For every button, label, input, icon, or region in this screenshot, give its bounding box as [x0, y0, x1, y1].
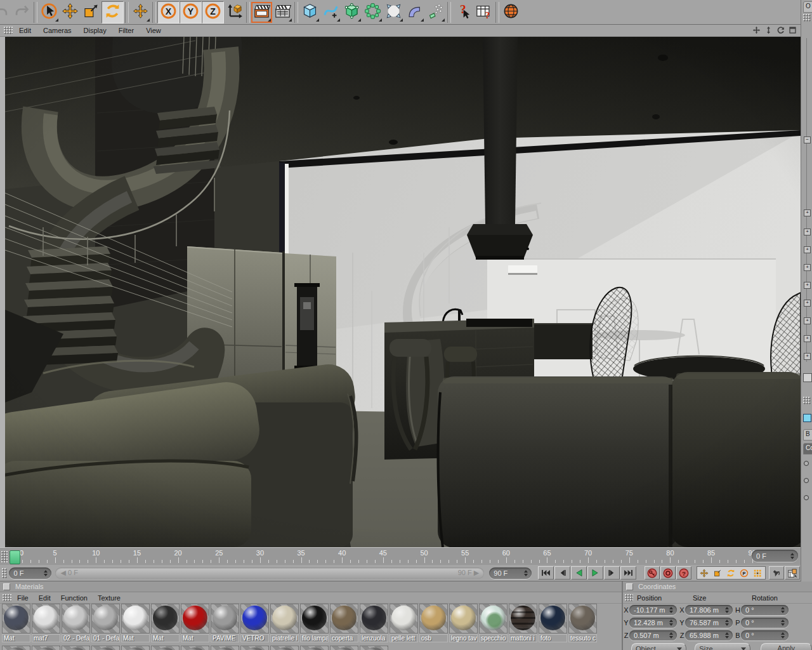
tree-expand-toggle[interactable]: + — [804, 246, 811, 253]
material-thumbnail-partial[interactable] — [211, 646, 239, 650]
material-name[interactable]: mattoni i — [509, 634, 537, 642]
material-thumbnail-partial[interactable] — [240, 646, 269, 650]
previous-frame-button[interactable] — [554, 566, 570, 580]
parameter-key-toggle[interactable]: P — [738, 567, 750, 579]
layout-button[interactable] — [785, 566, 800, 580]
play-forwards-button[interactable] — [587, 566, 603, 580]
material-thumbnail[interactable] — [62, 604, 90, 633]
material-thumbnail[interactable] — [151, 604, 180, 633]
coordinates-grip[interactable] — [625, 594, 633, 601]
material-thumbnail[interactable] — [2, 604, 30, 633]
material-name[interactable]: foto — [539, 634, 567, 642]
material-item[interactable]: Mat — [121, 604, 150, 642]
material-thumbnail-partial[interactable] — [121, 646, 150, 650]
viewport-menu-view[interactable]: View — [145, 26, 162, 35]
material-thumbnail[interactable] — [419, 604, 448, 633]
panel-checkbox[interactable] — [3, 583, 10, 590]
viewport-menu-cameras[interactable]: Cameras — [42, 26, 73, 35]
materials-grip[interactable] — [3, 594, 11, 601]
material-item[interactable]: mattoni i — [509, 604, 537, 642]
spinner[interactable] — [724, 632, 730, 639]
basic-tab[interactable]: B — [803, 429, 812, 441]
axis-modifier-tool[interactable] — [130, 2, 151, 23]
rotate-tool[interactable] — [102, 1, 124, 23]
tree-expand-toggle[interactable]: − — [804, 136, 811, 143]
material-item[interactable]: 01 - Defa — [91, 604, 120, 642]
spinner[interactable] — [780, 632, 786, 639]
materials-title-bar[interactable]: Materials — [0, 581, 622, 592]
lock-z-axis[interactable]: Z — [202, 1, 224, 23]
apply-button[interactable]: Apply — [761, 643, 812, 650]
material-name[interactable]: piatrelle l — [270, 634, 299, 642]
material-thumbnail-partial[interactable] — [270, 646, 299, 650]
ruler-frame-field[interactable]: 0 F — [752, 550, 798, 562]
material-item[interactable]: Mat — [181, 604, 209, 642]
material-item[interactable]: coperta — [330, 604, 358, 642]
spinner[interactable] — [780, 607, 786, 613]
material-thumbnail[interactable] — [360, 604, 388, 633]
ruler-grip[interactable] — [1, 551, 8, 562]
material-name[interactable]: lenzuola — [360, 634, 388, 642]
position-field[interactable]: 12.428 m — [629, 618, 677, 628]
materials-menu-edit[interactable]: Edit — [39, 594, 51, 602]
position-field[interactable]: 0.507 m — [629, 630, 677, 640]
play-backwards-button[interactable] — [571, 566, 587, 580]
spinner[interactable] — [724, 607, 730, 613]
material-thumbnail-partial[interactable] — [300, 646, 329, 650]
material-thumbnail[interactable] — [568, 604, 597, 633]
keyframe-help-button[interactable]: ? — [676, 566, 691, 580]
material-item[interactable]: osb — [419, 604, 448, 642]
tree-expand-toggle[interactable]: + — [804, 300, 811, 307]
material-thumbnail[interactable] — [390, 604, 418, 633]
spinner[interactable] — [789, 553, 796, 559]
position-field[interactable]: -10.177 m — [629, 605, 677, 615]
add-primitive-button[interactable] — [299, 2, 320, 23]
play-sound-toggle[interactable] — [769, 566, 784, 580]
add-modeling-object-button[interactable] — [362, 2, 383, 23]
objects-grip[interactable] — [803, 14, 811, 22]
material-name[interactable]: Mat — [121, 634, 150, 642]
rotation-field[interactable]: 0 ° — [741, 605, 789, 615]
live-selection-tool[interactable] — [39, 2, 60, 23]
material-thumbnail[interactable] — [211, 604, 239, 633]
materials-menu-function[interactable]: Function — [61, 594, 88, 602]
command-help-button[interactable]: ? — [473, 2, 494, 23]
material-thumbnail[interactable] — [270, 604, 299, 633]
goto-end-button[interactable] — [620, 566, 636, 580]
material-name[interactable]: legno tav — [449, 634, 478, 642]
material-name[interactable]: Mat — [181, 634, 209, 642]
autokeying-button[interactable] — [660, 566, 676, 580]
add-nurbs-button[interactable] — [341, 2, 362, 23]
material-name[interactable]: 02 - Defa — [62, 634, 90, 642]
viewport-scene[interactable] — [5, 37, 801, 547]
materials-menu-texture[interactable]: Texture — [98, 594, 121, 602]
material-item[interactable]: piatrelle l — [270, 604, 299, 642]
transport-grip[interactable] — [2, 568, 7, 578]
material-thumbnail[interactable] — [449, 604, 478, 633]
material-thumbnail-partial[interactable] — [360, 646, 388, 650]
coord-tab[interactable]: Co — [803, 443, 812, 454]
material-thumbnail-partial[interactable] — [2, 646, 30, 650]
tree-expand-toggle[interactable]: + — [804, 282, 811, 289]
material-name[interactable]: pelle lett — [390, 634, 418, 642]
material-thumbnail[interactable] — [479, 604, 508, 633]
material-thumbnail[interactable] — [509, 604, 537, 633]
material-item[interactable]: 02 - Defa — [62, 604, 90, 642]
tree-expand-toggle[interactable]: + — [804, 317, 811, 324]
size-field[interactable]: 76.587 m — [685, 618, 733, 628]
lock-x-axis[interactable]: X — [157, 1, 180, 23]
spinner[interactable] — [724, 620, 730, 626]
tree-expand-toggle[interactable]: + — [804, 264, 811, 271]
material-thumbnail[interactable] — [181, 604, 209, 633]
move-tool[interactable] — [60, 2, 81, 23]
goto-start-button[interactable] — [538, 566, 554, 580]
record-keyframe-button[interactable] — [645, 566, 660, 580]
material-item[interactable]: mat7 — [32, 604, 60, 642]
material-item[interactable]: Mat — [2, 604, 30, 642]
material-thumbnail-partial[interactable] — [32, 646, 60, 650]
material-name[interactable]: osb — [419, 634, 448, 642]
viewport-menu-display[interactable]: Display — [82, 26, 108, 35]
rotation-field[interactable]: 0 ° — [741, 630, 789, 640]
spinner[interactable] — [668, 632, 674, 639]
maximize-view-icon[interactable] — [789, 26, 797, 36]
